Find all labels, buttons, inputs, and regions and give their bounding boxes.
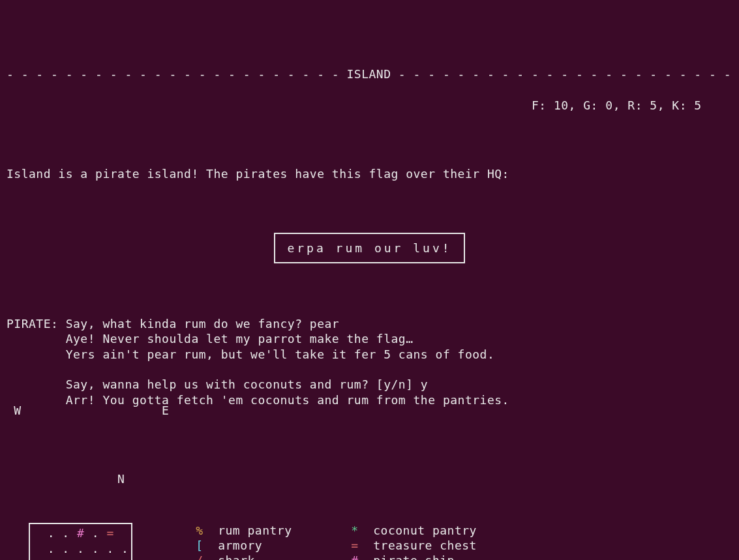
map-area: N . . # . = . . . . . . / . . . . . . . …	[7, 456, 732, 560]
dialogue-line: PIRATE: Say, what kinda rum do we fancy?…	[7, 317, 339, 331]
shark-icon: /	[196, 553, 203, 560]
compass-n: N	[7, 471, 732, 486]
intro-text: Island is a pirate island! The pirates h…	[7, 166, 732, 181]
map-grid[interactable]: . . # . = . . . . . . / . . . . . . . * …	[29, 523, 132, 560]
header-title: - - - - - - - - - - - - - - - - - - - - …	[7, 66, 732, 81]
shark-icon: /	[33, 557, 40, 560]
dialogue-block: PIRATE: Say, what kinda rum do we fancy?…	[7, 316, 732, 407]
pirate-ship-icon: #	[77, 526, 84, 540]
map-block: . . # . = . . . . . . / . . . . . . . * …	[7, 523, 132, 560]
treasure-chest-icon: =	[351, 538, 358, 552]
armory-icon: [	[196, 538, 203, 552]
stats-line: F: 10, G: 0, R: 5, K: 5	[7, 98, 732, 113]
compass-we: W E	[7, 403, 169, 418]
rum-pantry-icon: %	[196, 523, 203, 537]
dialogue-line: Yers ain't pear rum, but we'll take it f…	[7, 347, 494, 361]
pirate-ship-icon: #	[351, 553, 358, 560]
flag-banner: erpa rum our luv!	[274, 233, 464, 263]
dialogue-line: Aye! Never shoulda let my parrot make th…	[7, 332, 414, 346]
legend-block: % rum pantry * coconut pantry [ armory =…	[158, 523, 491, 560]
dialogue-line: Say, wanna help us with coconuts and rum…	[7, 377, 428, 391]
coconut-pantry-icon: *	[351, 523, 358, 537]
treasure-chest-icon: =	[106, 526, 113, 540]
